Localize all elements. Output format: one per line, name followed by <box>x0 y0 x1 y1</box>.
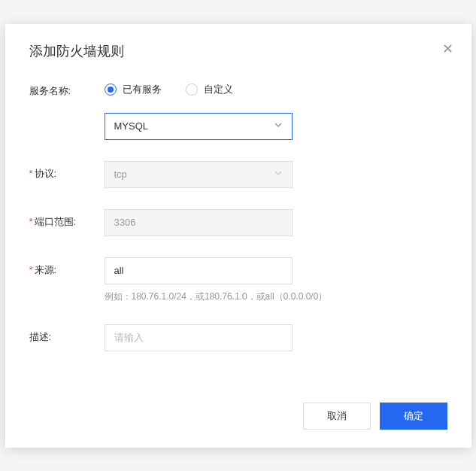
confirm-button[interactable]: 确定 <box>380 403 447 430</box>
radio-icon <box>105 84 117 96</box>
description-row: 描述: <box>29 324 447 351</box>
protocol-select: tcp <box>105 161 293 188</box>
description-label: 描述: <box>29 324 105 344</box>
service-name-label: 服务名称: <box>29 78 105 98</box>
modal-title: 添加防火墙规则 <box>29 42 447 60</box>
chevron-down-icon <box>274 120 283 132</box>
protocol-row: 协议: tcp <box>29 161 447 188</box>
port-range-control <box>105 209 447 236</box>
source-helper-text: 例如：180.76.1.0/24，或180.76.1.0，或all（0.0.0.… <box>105 290 447 303</box>
chevron-down-icon <box>274 169 283 180</box>
radio-existing-service[interactable]: 已有服务 <box>105 83 162 96</box>
description-control <box>105 324 447 351</box>
source-label: 来源: <box>29 257 105 277</box>
modal-footer: 取消 确定 <box>5 390 471 448</box>
protocol-label: 协议: <box>29 161 105 181</box>
add-firewall-rule-modal: 添加防火墙规则 ✕ 服务名称: 已有服务 自定义 <box>5 24 471 448</box>
port-range-row: 端口范围: <box>29 209 447 236</box>
port-range-label: 端口范围: <box>29 209 105 229</box>
description-input[interactable] <box>105 324 293 351</box>
radio-icon <box>186 84 198 96</box>
service-name-control: 已有服务 自定义 <box>105 78 447 96</box>
source-row: 来源: 例如：180.76.1.0/24，或180.76.1.0，或all（0.… <box>29 257 447 303</box>
cancel-button[interactable]: 取消 <box>303 403 371 430</box>
select-value: MYSQL <box>114 120 149 132</box>
close-button[interactable]: ✕ <box>442 42 453 56</box>
service-select-row: MYSQL <box>105 113 447 140</box>
modal-header: 添加防火墙规则 ✕ <box>5 24 471 72</box>
port-range-input <box>105 209 293 236</box>
source-control: 例如：180.76.1.0/24，或180.76.1.0，或all（0.0.0.… <box>105 257 447 303</box>
radio-label: 已有服务 <box>123 83 162 96</box>
service-select[interactable]: MYSQL <box>105 113 293 140</box>
select-value: tcp <box>114 169 127 180</box>
service-name-row: 服务名称: 已有服务 自定义 <box>29 78 447 98</box>
close-icon: ✕ <box>442 41 453 56</box>
service-radio-group: 已有服务 自定义 <box>105 78 447 96</box>
protocol-control: tcp <box>105 161 447 188</box>
radio-custom-service[interactable]: 自定义 <box>186 83 233 96</box>
modal-body: 服务名称: 已有服务 自定义 MYSQL <box>5 72 471 390</box>
source-input[interactable] <box>105 257 293 284</box>
radio-label: 自定义 <box>204 83 233 96</box>
